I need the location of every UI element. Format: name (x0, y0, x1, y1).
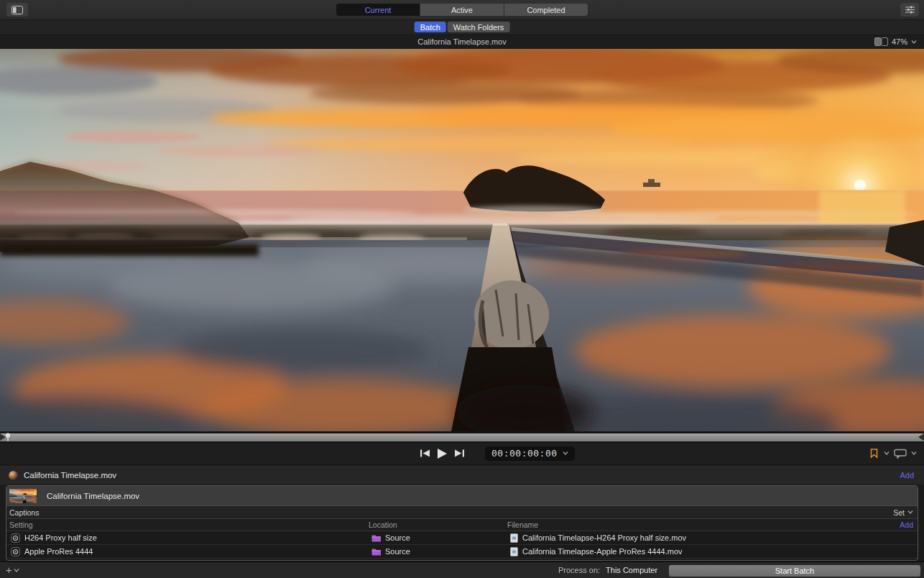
setting-icon (11, 547, 20, 556)
inspector-toggle-button[interactable] (900, 3, 919, 17)
marker-icon[interactable] (869, 448, 879, 459)
marker-menu-chevron-icon[interactable] (884, 451, 890, 455)
captions-set-control[interactable]: Set (893, 508, 913, 517)
segment-current-label: Current (365, 6, 392, 14)
view-tab-row: Batch Watch Folders (0, 20, 924, 35)
status-segmented-control: Current Active Completed (336, 4, 588, 16)
process-on-value: This Computer (606, 566, 657, 574)
play-button[interactable] (438, 449, 447, 459)
playhead-pin[interactable] (5, 433, 12, 441)
chevron-down-icon (14, 569, 19, 572)
timecode-display[interactable]: 00:00:00:00 (485, 446, 575, 461)
segment-completed[interactable]: Completed (504, 4, 588, 16)
tab-watch-folders-label: Watch Folders (453, 23, 504, 32)
sidebar-toggle-button[interactable] (6, 3, 28, 17)
source-media-row[interactable]: California Timelapse.mov Add (0, 466, 924, 485)
transport-bar: 00:00:00:00 (0, 443, 924, 464)
display-options-icon[interactable] (894, 449, 907, 459)
timeline-strip (0, 431, 924, 443)
job-header-row[interactable]: California Timelapse.mov (6, 486, 918, 506)
output-setting-name: Apple ProRes 4444 (24, 547, 93, 556)
chevron-down-icon (911, 40, 917, 44)
output-filename: California Timelapse-H264 Proxy half siz… (522, 533, 686, 542)
job-thumbnail (9, 489, 37, 503)
output-location: Source (385, 547, 410, 556)
footer-bar: + Process on: This Computer Start Batch (0, 561, 924, 578)
column-location: Location (369, 520, 397, 529)
view-tabs: Batch Watch Folders (415, 22, 510, 32)
next-frame-button[interactable] (455, 449, 464, 457)
top-toolbar: Current Active Completed (0, 0, 924, 20)
timecode-value: 00:00:00:00 (491, 448, 558, 459)
setting-icon (11, 533, 20, 543)
segment-active[interactable]: Active (420, 4, 504, 16)
column-setting: Setting (9, 520, 33, 529)
zoom-level: 47% (892, 37, 907, 46)
captions-label: Captions (9, 508, 39, 517)
movie-file-icon (510, 533, 518, 543)
segment-current[interactable]: Current (336, 4, 420, 16)
captions-row[interactable]: Captions Set (6, 506, 918, 519)
process-on-control: Process on: This Computer (558, 565, 687, 575)
timeline-scrubber[interactable] (0, 434, 924, 441)
preview-title-bar: California Timelapse.mov 47% (0, 35, 924, 49)
compare-view-icon (874, 37, 888, 46)
outputs-header-row: Setting Location Filename Add (6, 519, 918, 531)
folder-icon (371, 548, 381, 556)
add-setting-link[interactable]: Add (900, 520, 913, 529)
source-media-name: California Timelapse.mov (24, 471, 116, 480)
chevron-down-icon (563, 451, 568, 455)
captions-set-label: Set (893, 508, 905, 517)
media-file-icon (9, 471, 18, 480)
preview-frame-image (0, 49, 924, 431)
chevron-down-icon (907, 510, 913, 514)
output-row[interactable]: H264 Proxy half size Source California T… (6, 531, 918, 545)
segment-active-label: Active (451, 6, 473, 14)
add-job-button[interactable]: + (6, 565, 19, 575)
display-menu-chevron-icon[interactable] (911, 451, 917, 455)
column-filename: Filename (507, 520, 538, 529)
output-setting-name: H264 Proxy half size (24, 533, 97, 542)
movie-file-icon (510, 547, 518, 556)
start-batch-button[interactable]: Start Batch (669, 565, 920, 577)
job-name: California Timelapse.mov (47, 492, 139, 500)
plus-icon: + (6, 565, 12, 575)
sidebar-icon (11, 6, 23, 14)
output-row[interactable]: Apple ProRes 4444 Source California Time… (6, 545, 918, 559)
sliders-icon (905, 6, 915, 14)
folder-icon (371, 534, 381, 542)
output-location: Source (385, 533, 410, 542)
trim-out-handle[interactable] (918, 434, 924, 441)
previous-frame-button[interactable] (420, 449, 430, 457)
compressor-window: Current Active Completed Batch Watch Fol… (0, 0, 924, 578)
video-preview[interactable] (0, 49, 924, 431)
preview-title: California Timelapse.mov (0, 37, 924, 46)
tab-batch-label: Batch (420, 23, 440, 32)
tab-batch[interactable]: Batch (415, 22, 446, 32)
start-batch-label: Start Batch (775, 566, 814, 575)
job-group: California Timelapse.mov Captions Set Se… (6, 485, 918, 561)
process-on-label: Process on: (558, 566, 600, 574)
zoom-control[interactable]: 47% (874, 37, 917, 46)
add-output-link[interactable]: Add (900, 471, 914, 480)
batch-area: California Timelapse.mov Add California … (0, 464, 924, 561)
segment-completed-label: Completed (527, 6, 565, 14)
output-filename: California Timelapse-Apple ProRes 4444.m… (522, 547, 683, 556)
tab-watch-folders[interactable]: Watch Folders (448, 22, 510, 32)
